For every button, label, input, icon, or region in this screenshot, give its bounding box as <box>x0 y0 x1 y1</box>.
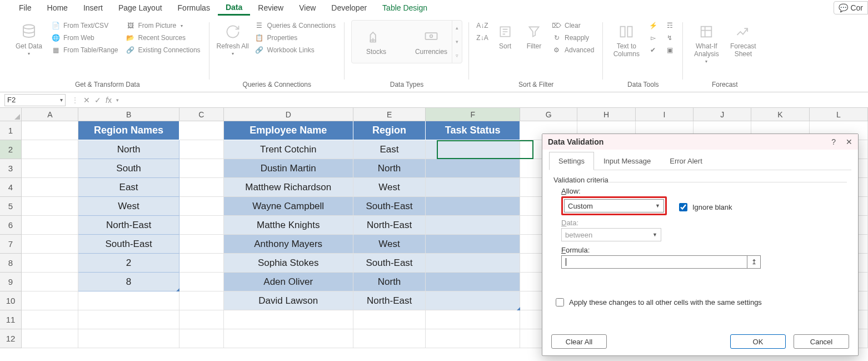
cell-A8[interactable] <box>22 254 78 273</box>
menu-review[interactable]: Review <box>250 1 291 14</box>
cell-A2[interactable] <box>22 140 78 159</box>
cell-F7[interactable] <box>426 235 520 254</box>
cell-B1[interactable]: Region Names <box>78 121 179 140</box>
chevron-down-icon[interactable]: ▾ <box>116 97 119 103</box>
cell-B11[interactable] <box>78 310 179 329</box>
cell-B12[interactable] <box>78 329 179 348</box>
cell-C6[interactable] <box>179 216 224 235</box>
queries-connections-button[interactable]: ☰Queries & Connections <box>253 20 338 31</box>
apply-changes-checkbox[interactable] <box>556 298 564 306</box>
cell-D5[interactable]: Wayne Campbell <box>224 197 353 216</box>
cell-B2[interactable]: North <box>78 140 179 159</box>
col-header-E[interactable]: E <box>353 108 426 121</box>
cell-D7[interactable]: Anthony Mayers <box>224 235 353 254</box>
filter-button[interactable]: Filter <box>521 20 547 50</box>
cell-C12[interactable] <box>179 329 224 348</box>
sort-button[interactable]: Sort <box>492 20 518 50</box>
ignore-blank-checkbox[interactable] <box>679 203 687 211</box>
data-types-gallery[interactable]: Stocks Currencies ▴▾▿ <box>351 20 462 63</box>
select-all-corner[interactable] <box>0 108 22 121</box>
cell-B10[interactable] <box>78 291 179 310</box>
consolidate-button[interactable]: ☶ <box>663 20 676 31</box>
what-if-analysis-button[interactable]: What-If Analysis ▾ <box>690 20 723 64</box>
cell-E8[interactable]: South-East <box>353 254 426 273</box>
row-header-9[interactable]: 9 <box>0 273 22 291</box>
cell-F12[interactable] <box>426 329 520 348</box>
row-header-4[interactable]: 4 <box>0 178 22 197</box>
cell-F11[interactable] <box>426 310 520 329</box>
cell-C11[interactable] <box>179 310 224 329</box>
menu-data[interactable]: Data <box>218 1 250 16</box>
flash-fill-button[interactable]: ⚡ <box>646 20 660 31</box>
fx-icon[interactable]: fx <box>106 96 112 105</box>
cell-C7[interactable] <box>179 235 224 254</box>
cell-B8[interactable]: 2 <box>78 254 179 273</box>
cell-A11[interactable] <box>22 310 78 329</box>
cell-D10[interactable]: David Lawson <box>224 291 353 310</box>
menu-developer[interactable]: Developer <box>323 1 375 14</box>
cell-E6[interactable]: North-East <box>353 216 426 235</box>
advanced-filter-button[interactable]: ⚙Advanced <box>550 44 596 56</box>
cell-A5[interactable] <box>22 197 78 216</box>
cell-E5[interactable]: South-East <box>353 197 426 216</box>
cell-F1[interactable]: Task Status <box>426 121 520 140</box>
from-web-button[interactable]: 🌐From Web <box>49 32 121 43</box>
help-icon[interactable]: ? <box>831 137 836 146</box>
cell-D1[interactable]: Employee Name <box>224 121 353 140</box>
allow-select[interactable]: Custom ▼ <box>564 199 664 212</box>
cell-B7[interactable]: South-East <box>78 235 179 254</box>
col-header-J[interactable]: J <box>694 108 751 121</box>
formula-input[interactable] <box>124 94 868 106</box>
remove-duplicates-button[interactable]: ▻ <box>646 32 660 43</box>
cell-E11[interactable] <box>353 310 426 329</box>
cell-B5[interactable]: West <box>78 197 179 216</box>
cell-C9[interactable] <box>179 273 224 291</box>
col-header-I[interactable]: I <box>636 108 694 121</box>
cell-F4[interactable] <box>426 178 520 197</box>
menu-home[interactable]: Home <box>39 1 76 14</box>
menu-view[interactable]: View <box>291 1 323 14</box>
cell-C2[interactable] <box>179 140 224 159</box>
menu-file[interactable]: File <box>11 1 39 14</box>
cell-F3[interactable] <box>426 159 520 178</box>
tab-error-alert[interactable]: Error Alert <box>660 152 712 170</box>
row-header-8[interactable]: 8 <box>0 254 22 273</box>
row-header-1[interactable]: 1 <box>0 121 22 140</box>
row-header-11[interactable]: 11 <box>0 310 22 329</box>
menu-table-design[interactable]: Table Design <box>375 1 435 14</box>
collapse-dialog-icon[interactable]: ↥ <box>747 255 761 269</box>
clear-filter-button[interactable]: ⌦Clear <box>550 20 596 31</box>
cell-E2[interactable]: East <box>353 140 426 159</box>
col-header-G[interactable]: G <box>520 108 577 121</box>
cancel-button[interactable]: Cancel <box>794 334 849 349</box>
ok-button[interactable]: OK <box>730 334 786 349</box>
properties-button[interactable]: 📋Properties <box>253 32 338 43</box>
row-header-2[interactable]: 2 <box>0 140 22 159</box>
cell-A9[interactable] <box>22 273 78 291</box>
col-header-A[interactable]: A <box>22 108 78 121</box>
cell-D12[interactable] <box>224 329 353 348</box>
close-icon[interactable]: ✕ <box>846 137 852 146</box>
formula-input[interactable] <box>561 255 747 269</box>
manage-data-model-button[interactable]: ▣ <box>663 44 676 56</box>
cell-D3[interactable]: Dustin Martin <box>224 159 353 178</box>
col-header-L[interactable]: L <box>810 108 868 121</box>
menu-insert[interactable]: Insert <box>76 1 111 14</box>
cell-D2[interactable]: Trent Cotchin <box>224 140 353 159</box>
accept-formula-icon[interactable]: ✓ <box>94 96 101 105</box>
data-validation-button[interactable]: ✔ <box>646 44 660 56</box>
from-table-range-button[interactable]: ▦From Table/Range <box>49 44 121 56</box>
gallery-scroll[interactable]: ▴▾▿ <box>452 21 462 63</box>
col-header-K[interactable]: K <box>751 108 809 121</box>
workbook-links-button[interactable]: 🔗Workbook Links <box>253 44 338 56</box>
cell-D8[interactable]: Sophia Stokes <box>224 254 353 273</box>
cell-A10[interactable] <box>22 291 78 310</box>
existing-connections-button[interactable]: 🔗Existing Connections <box>124 44 203 56</box>
col-header-B[interactable]: B <box>78 108 179 121</box>
cell-C1[interactable] <box>179 121 224 140</box>
cell-D4[interactable]: Matthew Richardson <box>224 178 353 197</box>
cell-B9[interactable]: 8 <box>78 273 179 291</box>
stocks-type[interactable]: Stocks <box>366 28 386 56</box>
row-header-10[interactable]: 10 <box>0 291 22 310</box>
cell-E7[interactable]: West <box>353 235 426 254</box>
